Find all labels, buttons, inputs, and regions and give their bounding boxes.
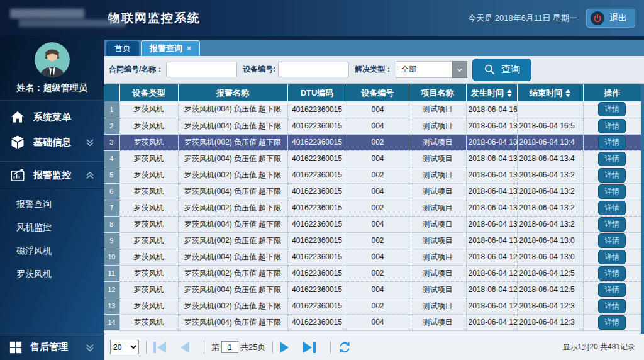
logout-button[interactable]: 退出 — [586, 9, 635, 28]
select-chevron-down-icon[interactable] — [452, 61, 467, 78]
page-input[interactable] — [221, 341, 238, 353]
project-name-cell: 测试项目 — [409, 101, 466, 118]
operation-cell: 详情 — [583, 249, 641, 265]
operation-cell: 详情 — [583, 134, 641, 150]
dtu-code-cell: 401622360015 — [287, 101, 347, 118]
last-page-button[interactable] — [303, 342, 316, 353]
operation-cell: 详情 — [583, 183, 641, 200]
table-row[interactable]: 14 罗茨风机 罗茨风机(004) 负压值 超下限 401622360015 0… — [104, 314, 641, 330]
sidebar-item-roots-fan[interactable]: 罗茨风机 — [0, 262, 104, 286]
refresh-icon[interactable] — [338, 340, 352, 354]
occur-time-cell: 2018-06-04 12:0 — [466, 314, 517, 330]
col-end-time[interactable]: 结束时间 — [517, 84, 583, 101]
sidebar-item-basic-info[interactable]: 基础信息 — [0, 130, 104, 155]
tab-close-icon[interactable]: × — [187, 45, 191, 52]
col-label: 发生时间 — [471, 88, 504, 98]
tab-home[interactable]: 首页 — [106, 41, 139, 56]
sidebar-item-fan-monitoring[interactable]: 风机监控 — [0, 216, 104, 239]
page-prefix: 第 — [211, 342, 219, 353]
next-page-button[interactable] — [280, 342, 289, 353]
table-row[interactable]: 4 罗茨风机 罗茨风机(004) 负压值 超下限 401622360015 00… — [104, 150, 641, 167]
row-number-cell: 9 — [104, 232, 119, 249]
detail-button[interactable]: 详情 — [598, 283, 626, 297]
end-time-cell: 2018-06-04 13:4 — [517, 134, 583, 150]
detail-button[interactable]: 详情 — [598, 266, 626, 281]
query-button[interactable]: 查询 — [472, 59, 531, 81]
detail-button[interactable]: 详情 — [598, 119, 626, 133]
detail-button[interactable]: 详情 — [598, 152, 626, 166]
occur-time-cell: 2018-06-04 13:2 — [466, 150, 517, 167]
chart-icon — [10, 167, 25, 183]
device-type-cell: 罗茨风机 — [119, 314, 178, 330]
end-time-cell: 2018-06-04 13:2 — [517, 200, 583, 216]
table-row[interactable]: 11 罗茨风机 罗茨风机(002) 负压值 超下限 401622360015 0… — [104, 265, 641, 281]
page-number-group: 第 共25页 — [211, 341, 265, 353]
row-number-cell: 14 — [104, 314, 119, 330]
detail-button[interactable]: 详情 — [598, 184, 626, 199]
solution-type-select[interactable]: 全部 — [396, 61, 467, 78]
tab-alarm-query[interactable]: 报警查询 × — [141, 40, 200, 56]
device-no-input[interactable] — [278, 62, 349, 77]
table-row[interactable]: 5 罗茨风机 罗茨风机(002) 负压值 超下限 401622360015 00… — [104, 167, 641, 183]
alarm-name-cell: 罗茨风机(004) 负压值 超下限 — [178, 216, 287, 232]
table-row[interactable]: 6 罗茨风机 罗茨风机(004) 负压值 超下限 401622360015 00… — [104, 183, 641, 200]
sidebar-item-alarm-query[interactable]: 报警查询 — [0, 193, 104, 216]
sidebar-item-label: 报警监控 — [33, 169, 71, 181]
table-row[interactable]: 10 罗茨风机 罗茨风机(004) 负压值 超下限 401622360015 0… — [104, 249, 641, 265]
table-row[interactable]: 12 罗茨风机 罗茨风机(004) 负压值 超下限 401622360015 0… — [104, 281, 641, 298]
sidebar-item-alarm-monitoring[interactable]: 报警监控 — [0, 161, 104, 189]
detail-button[interactable]: 详情 — [598, 217, 626, 232]
prev-page-button[interactable] — [180, 342, 189, 353]
detail-button[interactable]: 详情 — [598, 135, 626, 150]
first-page-button[interactable] — [153, 342, 166, 353]
detail-button[interactable]: 详情 — [598, 102, 626, 116]
separator — [146, 341, 147, 354]
end-time-cell: 2018-06-04 13:0 — [517, 249, 583, 265]
sidebar-item-maglev-fan[interactable]: 磁浮风机 — [0, 239, 104, 262]
detail-button[interactable]: 详情 — [598, 315, 626, 330]
row-number-cell: 5 — [104, 167, 119, 183]
sort-icon[interactable] — [565, 89, 570, 97]
detail-button[interactable]: 详情 — [598, 299, 626, 313]
sort-icon[interactable] — [507, 89, 512, 97]
contract-label: 合同编号/名称： — [109, 64, 164, 75]
device-type-cell: 罗茨风机 — [119, 183, 178, 200]
alarm-name-cell: 罗茨风机(002) 负压值 超下限 — [178, 134, 287, 150]
detail-button[interactable]: 详情 — [598, 201, 626, 215]
page-suffix: 共25页 — [240, 342, 265, 353]
table-row[interactable]: 3 罗茨风机 罗茨风机(002) 负压值 超下限 401622360015 00… — [104, 134, 641, 150]
table-row[interactable]: 8 罗茨风机 罗茨风机(004) 负压值 超下限 401622360015 00… — [104, 216, 641, 232]
contract-input[interactable] — [166, 62, 237, 77]
table-row[interactable]: 2 罗茨风机 罗茨风机(004) 负压值 超下限 401622360015 00… — [104, 118, 641, 134]
table-row[interactable]: 13 罗茨风机 罗茨风机(002) 负压值 超下限 401622360015 0… — [104, 298, 641, 314]
page-size-select[interactable]: 20 — [110, 340, 139, 354]
sidebar-item-system-menu[interactable]: 系统菜单 — [0, 104, 104, 130]
table-row[interactable]: 1 罗茨风机 罗茨风机(004) 负压值 超下限 401622360015 00… — [104, 101, 641, 118]
col-row-number — [104, 84, 119, 101]
dtu-code-cell: 401622360015 — [287, 200, 347, 216]
row-number-cell: 12 — [104, 281, 119, 298]
device-no-cell: 004 — [347, 314, 409, 330]
device-no-cell: 004 — [347, 101, 409, 118]
project-name-cell: 测试项目 — [409, 249, 466, 265]
detail-button[interactable]: 详情 — [598, 233, 626, 248]
col-occur-time[interactable]: 发生时间 — [466, 84, 517, 101]
device-no-cell: 004 — [347, 216, 409, 232]
detail-button[interactable]: 详情 — [598, 250, 626, 264]
avatar — [35, 42, 70, 77]
table-header-row: 设备类型 报警名称 DTU编码 设备编号 项目名称 发生时间 结束时间 操作 — [104, 84, 641, 101]
table-row[interactable]: 9 罗茨风机 罗茨风机(002) 负压值 超下限 401622360015 00… — [104, 232, 641, 249]
end-time-cell: 2018-06-04 12:3 — [517, 314, 583, 330]
detail-button[interactable]: 详情 — [598, 168, 626, 183]
main-content: 首页 报警查询 × 合同编号/名称： 设备编号: 解决类型： 全部 — [104, 36, 644, 360]
alarm-name-cell: 罗茨风机(004) 负压值 超下限 — [178, 101, 287, 118]
dtu-code-cell: 401622360015 — [287, 118, 347, 134]
project-name-cell: 测试项目 — [409, 265, 466, 281]
device-type-cell: 罗茨风机 — [119, 249, 178, 265]
project-name-cell: 测试项目 — [409, 200, 466, 216]
tab-label: 报警查询 — [150, 43, 182, 54]
sidebar-item-after-sales[interactable]: 售后管理 — [0, 334, 104, 360]
occur-time-cell: 2018-06-04 13:2 — [466, 167, 517, 183]
table-row[interactable]: 7 罗茨风机 罗茨风机(002) 负压值 超下限 401622360015 00… — [104, 200, 641, 216]
col-device-no: 设备编号 — [347, 84, 409, 101]
